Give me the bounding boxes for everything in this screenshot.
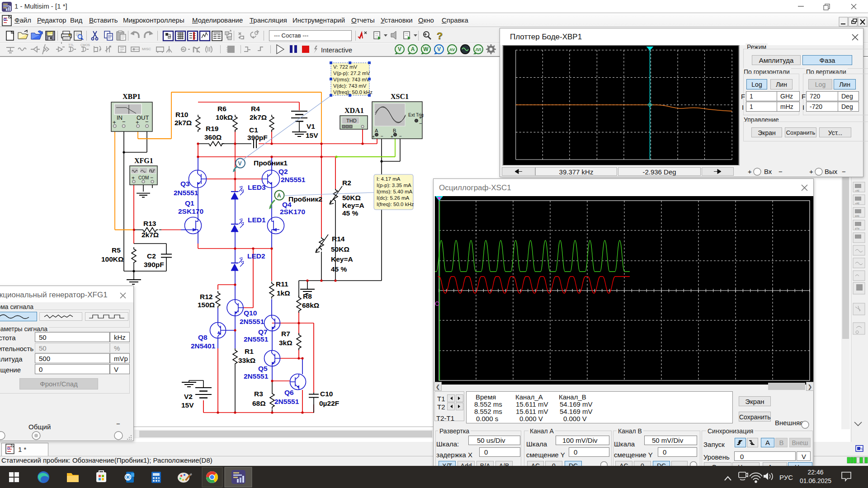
svg-text:2N5551: 2N5551 — [174, 189, 198, 197]
svg-text:LED2: LED2 — [247, 252, 265, 260]
svg-text:Q4: Q4 — [282, 201, 292, 208]
svg-text:XSC1: XSC1 — [391, 93, 409, 100]
svg-text:15V: 15V — [306, 131, 318, 139]
svg-text:+: + — [748, 168, 752, 175]
svg-text:2N5551: 2N5551 — [274, 398, 299, 405]
svg-text:CMOS: CMOS — [80, 43, 90, 47]
svg-text:−: − — [399, 134, 402, 139]
svg-text:A: A — [411, 46, 415, 52]
svg-text:R2: R2 — [342, 179, 351, 187]
svg-text:+: + — [391, 134, 393, 139]
svg-text:V: 722 mV: V: 722 mV — [333, 64, 358, 70]
svg-text:100KΩ: 100KΩ — [101, 255, 123, 263]
svg-text:Вых: Вых — [825, 168, 838, 175]
svg-text:R19: R19 — [206, 125, 219, 132]
svg-text:LED1: LED1 — [248, 216, 266, 224]
svg-text:2k7Ω: 2k7Ω — [250, 113, 267, 121]
svg-text:V(p-p): 27.2 mV: V(p-p): 27.2 mV — [333, 70, 370, 76]
svg-text:2N5551: 2N5551 — [244, 335, 269, 343]
svg-text:Q10: Q10 — [244, 309, 257, 317]
svg-text:R10: R10 — [175, 111, 188, 118]
svg-text:+: + — [809, 168, 813, 175]
svg-text:R3: R3 — [254, 390, 263, 398]
svg-text:R12: R12 — [200, 293, 212, 300]
svg-text:+: + — [372, 134, 375, 139]
svg-text:LED3: LED3 — [248, 183, 266, 191]
svg-text:V2: V2 — [184, 393, 193, 400]
svg-text:C2: C2 — [147, 252, 156, 260]
svg-text:390pF: 390pF — [144, 261, 164, 268]
svg-text:R5: R5 — [112, 246, 121, 254]
svg-text:R14: R14 — [332, 235, 345, 243]
svg-text:I(p-p): 3.35 mA: I(p-p): 3.35 mA — [377, 183, 411, 188]
svg-text:V: V — [238, 160, 242, 167]
svg-text:1 *: 1 * — [18, 446, 27, 453]
svg-text:V: V — [398, 46, 401, 52]
svg-text:3kΩ: 3kΩ — [279, 339, 292, 347]
svg-text:2k7Ω: 2k7Ω — [142, 231, 159, 239]
svg-text:−: − — [419, 121, 422, 126]
svg-text:1kΩ: 1kΩ — [277, 289, 290, 297]
svg-text:V(dc): 743 mV: V(dc): 743 mV — [333, 83, 367, 89]
svg-text:A: A — [375, 128, 378, 133]
svg-text:R7: R7 — [281, 330, 290, 338]
svg-text:2k7Ω: 2k7Ω — [175, 119, 192, 127]
svg-text:R1: R1 — [245, 347, 254, 355]
svg-text:COM: COM — [138, 175, 149, 180]
svg-text:22:46: 22:46 — [807, 469, 823, 476]
svg-text:2N5401: 2N5401 — [191, 342, 216, 350]
svg-text:Пробник2: Пробник2 — [288, 195, 322, 203]
svg-text:I(dc): 5.26 mA: I(dc): 5.26 mA — [377, 195, 410, 201]
svg-text:Q3: Q3 — [180, 180, 190, 188]
svg-text:TTL: TTL — [68, 43, 74, 47]
svg-text:B: B — [393, 128, 396, 133]
svg-text:R11: R11 — [276, 280, 288, 288]
svg-text:150Ω: 150Ω — [198, 301, 215, 309]
svg-text:15V: 15V — [181, 401, 194, 409]
svg-text:−: − — [150, 174, 153, 181]
svg-text:V1: V1 — [307, 122, 315, 130]
svg-text:−: − — [145, 118, 149, 125]
svg-text:8AG: 8AG — [855, 215, 859, 218]
svg-text:Q6: Q6 — [284, 389, 294, 396]
svg-text:I(freq): 50.0 kHz: I(freq): 50.0 kHz — [377, 202, 414, 207]
svg-text:?: ? — [437, 30, 443, 42]
svg-text:XFG1: XFG1 — [134, 157, 153, 164]
svg-text:01.06.2025: 01.06.2025 — [800, 477, 831, 484]
svg-text:R6: R6 — [217, 105, 226, 113]
svg-text:−: − — [381, 134, 383, 139]
svg-text:50KΩ: 50KΩ — [342, 194, 361, 202]
svg-text:+AG: +AG — [855, 202, 859, 205]
svg-text:I: 4.17 mA: I: 4.17 mA — [377, 176, 401, 182]
svg-text:I(rms): 5.40 mA: I(rms): 5.40 mA — [377, 189, 413, 194]
svg-text:45 %: 45 % — [331, 265, 347, 273]
svg-text:390pF: 390pF — [247, 134, 268, 141]
svg-text:Пробник1: Пробник1 — [254, 159, 288, 167]
svg-text:−: − — [778, 168, 783, 175]
svg-text:2N5551: 2N5551 — [281, 176, 306, 183]
svg-text:2SK170: 2SK170 — [178, 207, 203, 215]
svg-text:+AG: +AG — [855, 189, 859, 192]
svg-text:Q7: Q7 — [258, 328, 268, 336]
svg-text:V: V — [437, 46, 441, 52]
svg-text:Key=A: Key=A — [342, 202, 364, 209]
svg-text:XDA1: XDA1 — [344, 107, 364, 114]
svg-text:Q5: Q5 — [258, 365, 268, 372]
svg-text:33kΩ: 33kΩ — [238, 357, 255, 364]
svg-text:V(rms): 743 mV: V(rms): 743 mV — [333, 77, 370, 82]
svg-text:ЛЛ: ЛЛ — [476, 47, 481, 52]
svg-text:10kΩ: 10kΩ — [216, 113, 233, 121]
svg-text:8TH: 8TH — [855, 227, 859, 230]
svg-text:360Ω: 360Ω — [204, 133, 222, 141]
svg-text:R8: R8 — [303, 292, 312, 300]
svg-text:45 %: 45 % — [342, 209, 359, 217]
svg-text:Q1: Q1 — [185, 199, 194, 207]
svg-text:68Ω: 68Ω — [252, 399, 266, 407]
svg-text:C10: C10 — [320, 390, 333, 398]
svg-text:R4: R4 — [251, 105, 260, 113]
svg-text:0µ22F: 0µ22F — [319, 399, 339, 407]
svg-text:Q8: Q8 — [198, 333, 208, 341]
svg-text:V(freq): 50.0 kHz: V(freq): 50.0 kHz — [333, 89, 373, 95]
svg-text:Q2: Q2 — [278, 168, 288, 175]
svg-text:2N5551: 2N5551 — [244, 372, 269, 380]
